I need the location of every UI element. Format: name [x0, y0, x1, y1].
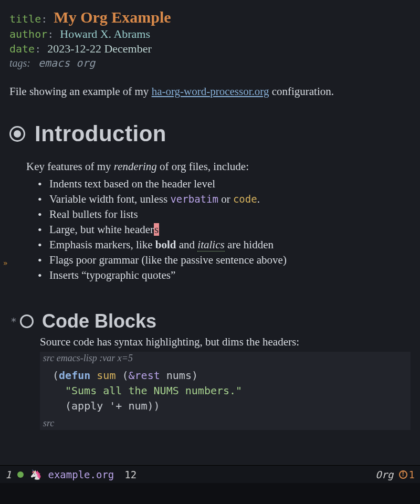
intro-paragraph: File showing an example of my ha-org-wor… [9, 85, 411, 98]
document-tags: emacs org [38, 57, 95, 69]
minibuffer[interactable] [0, 483, 420, 504]
flycheck-warning[interactable]: 1 [399, 469, 415, 480]
heading-1-text: Introduction [35, 121, 166, 146]
features-lead: Key features of my rendering of org file… [26, 160, 411, 173]
list-item: Variable width font, unless verbatim or … [38, 193, 411, 206]
meta-key-author: author [9, 28, 47, 40]
src-block-begin: src emacs-lisp :var x=5 [40, 352, 411, 365]
src-block-body[interactable]: (defun sum (&rest nums) "Sums all the NU… [40, 365, 411, 417]
document-title: My Org Example [54, 8, 171, 26]
list-item: Large, but white headers [38, 223, 411, 236]
intro-body: Key features of my rendering of org file… [26, 160, 411, 282]
meta-key-tags: tags: [9, 57, 30, 69]
heading-introduction[interactable]: Introduction [9, 121, 411, 146]
text-cursor: s [154, 223, 159, 236]
features-list: Indents text based on the header level V… [38, 177, 411, 282]
src-block-end: src [40, 417, 411, 430]
list-item: Indents text based on the header level [38, 177, 411, 191]
code-blocks-body: Source code has syntax highlighting, but… [40, 335, 411, 430]
meta-title-line: title: My Org Example [9, 8, 411, 26]
heading-2-text: Code Blocks [42, 310, 156, 332]
config-file-link[interactable]: ha-org-word-processor.org [152, 85, 269, 98]
buffer-name[interactable]: example.org [48, 469, 114, 480]
document-author: Howard X. Abrams [60, 27, 150, 40]
meta-key-title: title [9, 13, 41, 25]
code-blocks-desc: Source code has syntax highlighting, but… [40, 335, 411, 349]
warning-count: 1 [409, 469, 415, 480]
heading-bullet-icon [9, 126, 25, 142]
meta-tags-line: tags: emacs org [9, 57, 411, 69]
modified-indicator-icon [17, 471, 24, 478]
heading-code-blocks[interactable]: * Code Blocks [10, 310, 411, 332]
document-date: 2023-12-22 December [47, 42, 152, 55]
warning-icon [399, 470, 407, 479]
list-item: Real bullets for lists [38, 208, 411, 221]
heading-star-icon: * [10, 315, 17, 328]
unicorn-icon: 🦄 [30, 469, 41, 480]
meta-date-line: date: 2023-12-22 December [9, 42, 411, 56]
fringe-arrow-icon: » [3, 259, 7, 267]
mode-line[interactable]: 1 🦄 example.org 12 Org 1 [0, 465, 420, 483]
list-item: Inserts “typographic quotes” [38, 269, 411, 282]
editor-buffer[interactable]: title: My Org Example author: Howard X. … [0, 0, 420, 430]
meta-key-date: date [9, 43, 35, 55]
major-mode[interactable]: Org [375, 469, 393, 480]
list-item: Emphasis markers, like bold and italics … [38, 238, 411, 251]
window-number: 1 [5, 469, 11, 480]
line-number: 12 [124, 469, 136, 480]
list-item: Flags poor grammar (like the passive sen… [38, 254, 411, 267]
meta-author-line: author: Howard X. Abrams [9, 27, 411, 41]
heading-bullet-outline-icon [20, 314, 34, 328]
